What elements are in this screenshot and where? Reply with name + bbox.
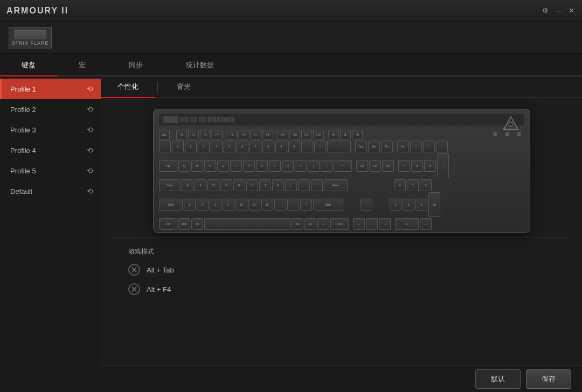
key-alt-left[interactable]: Alt <box>191 218 203 230</box>
key-f3[interactable]: F3 <box>200 130 211 139</box>
minimize-button[interactable]: — <box>554 6 563 15</box>
key-num4[interactable]: 4 <box>394 179 406 191</box>
key-5[interactable]: 5 <box>224 141 235 152</box>
key-w[interactable]: W <box>191 160 203 172</box>
tab-stats[interactable]: 统计数据 <box>164 55 235 76</box>
key-numdiv[interactable]: / <box>410 141 422 152</box>
key-num2[interactable]: 2 <box>403 199 414 211</box>
key-end[interactable]: En <box>369 160 381 172</box>
key-u[interactable]: U <box>256 160 268 172</box>
key-caps[interactable]: Caps <box>159 179 181 191</box>
key-esc[interactable]: Esc <box>159 130 170 139</box>
key-s[interactable]: S <box>195 179 206 191</box>
key-shift-right[interactable]: Shift <box>313 199 343 211</box>
key-num3[interactable]: 3 <box>415 199 427 211</box>
save-button[interactable]: 保存 <box>526 369 571 389</box>
key-d[interactable]: D <box>207 179 219 191</box>
key-y[interactable]: Y <box>243 160 255 172</box>
key-r[interactable]: R <box>217 160 229 172</box>
key-f12[interactable]: F12 <box>313 130 324 139</box>
key-z[interactable]: Z <box>184 199 196 211</box>
settings-button[interactable]: ⚙ <box>541 6 550 15</box>
sidebar-item-default[interactable]: Default ⟲ <box>0 181 101 201</box>
key-shift-left[interactable]: Shift <box>159 199 183 211</box>
sidebar-item-profile5[interactable]: Profile 5 ⟲ <box>0 160 101 181</box>
key-win[interactable]: Win <box>178 218 190 230</box>
key-del[interactable]: De <box>356 160 368 172</box>
key-3[interactable]: 3 <box>198 141 210 152</box>
key-a[interactable]: A <box>182 179 193 191</box>
tab-keyboard[interactable]: 键盘 <box>0 55 57 76</box>
key-g[interactable]: G <box>233 179 245 191</box>
key-f10[interactable]: F10 <box>289 130 300 139</box>
key-num9[interactable]: 9 <box>424 160 436 172</box>
sidebar-item-profile4[interactable]: Profile 4 ⟲ <box>0 140 101 160</box>
key-pgdn[interactable]: Pd <box>382 160 394 172</box>
default-button[interactable]: 默认 <box>475 369 521 389</box>
key-lbracket[interactable]: [ <box>308 160 320 172</box>
key-backslash[interactable]: \ <box>334 160 352 172</box>
key-q[interactable]: Q <box>178 160 190 172</box>
key-arrow-right[interactable]: → <box>379 218 391 230</box>
key-f4[interactable]: F4 <box>212 130 223 139</box>
sidebar-item-profile3[interactable]: Profile 3 ⟲ <box>0 120 101 140</box>
key-j[interactable]: J <box>259 179 271 191</box>
key-f6[interactable]: F6 <box>239 130 250 139</box>
key-equals[interactable]: = <box>314 141 326 152</box>
key-o[interactable]: O <box>282 160 294 172</box>
key-alt-right[interactable]: Alt <box>292 218 303 230</box>
key-enter[interactable]: Enter <box>324 179 348 191</box>
key-num6[interactable]: 6 <box>420 179 432 191</box>
key-slash[interactable]: / <box>300 199 312 211</box>
key-2[interactable]: 2 <box>185 141 197 152</box>
key-arrow-up[interactable]: ↑ <box>361 199 372 211</box>
key-pgup[interactable]: Pu <box>381 141 393 152</box>
key-num0[interactable]: 0 <box>395 218 419 230</box>
key-f9[interactable]: F9 <box>278 130 288 139</box>
key-arrow-left[interactable]: ← <box>353 218 365 230</box>
key-home[interactable]: Ho <box>368 141 380 152</box>
key-t[interactable]: T <box>230 160 242 172</box>
key-numenter[interactable]: En <box>428 192 440 217</box>
sub-tab-personalize[interactable]: 个性化 <box>101 76 155 98</box>
key-v[interactable]: V <box>223 199 234 211</box>
key-6[interactable]: 6 <box>237 141 248 152</box>
key-ctrl-left[interactable]: Ctrl <box>159 218 177 230</box>
key-f[interactable]: F <box>220 179 232 191</box>
key-rbracket[interactable]: ] <box>321 160 332 172</box>
key-b[interactable]: B <box>235 199 247 211</box>
key-k[interactable]: K <box>272 179 284 191</box>
key-backspace[interactable]: ← <box>327 141 351 152</box>
sub-tab-backlight[interactable]: 背光 <box>161 76 207 98</box>
key-arrow-down[interactable]: ↓ <box>366 218 378 230</box>
key-h[interactable]: H <box>246 179 258 191</box>
tab-macro[interactable]: 宏 <box>57 55 107 76</box>
key-numlock[interactable]: NL <box>397 141 409 152</box>
key-x[interactable]: X <box>197 199 209 211</box>
key-minus[interactable]: - <box>301 141 313 152</box>
key-period[interactable]: . <box>287 199 299 211</box>
key-prtsc[interactable]: PS <box>328 130 339 139</box>
key-0[interactable]: 0 <box>288 141 300 152</box>
sidebar-item-profile1[interactable]: Profile 1 ⟲ <box>0 79 101 99</box>
key-comma[interactable]: , <box>274 199 286 211</box>
key-numadd[interactable]: + <box>437 153 449 178</box>
key-f5[interactable]: F5 <box>227 130 238 139</box>
key-1[interactable]: 1 <box>172 141 184 152</box>
key-e[interactable]: E <box>204 160 216 172</box>
key-num7[interactable]: 7 <box>398 160 410 172</box>
key-7[interactable]: 7 <box>250 141 261 152</box>
key-l[interactable]: L <box>285 179 297 191</box>
tab-sync[interactable]: 同步 <box>107 55 164 76</box>
key-n[interactable]: N <box>248 199 260 211</box>
key-i[interactable]: I <box>269 160 281 172</box>
key-p[interactable]: P <box>295 160 307 172</box>
key-c[interactable]: C <box>210 199 221 211</box>
key-f8[interactable]: F8 <box>262 130 273 139</box>
key-pause[interactable]: PB <box>352 130 363 139</box>
key-9[interactable]: 9 <box>275 141 287 152</box>
key-f2[interactable]: F2 <box>188 130 199 139</box>
key-backtick[interactable]: ` <box>159 141 171 152</box>
key-ctrl-right[interactable]: Ctrl <box>330 218 349 230</box>
sidebar-item-profile2[interactable]: Profile 2 ⟲ <box>0 99 101 120</box>
